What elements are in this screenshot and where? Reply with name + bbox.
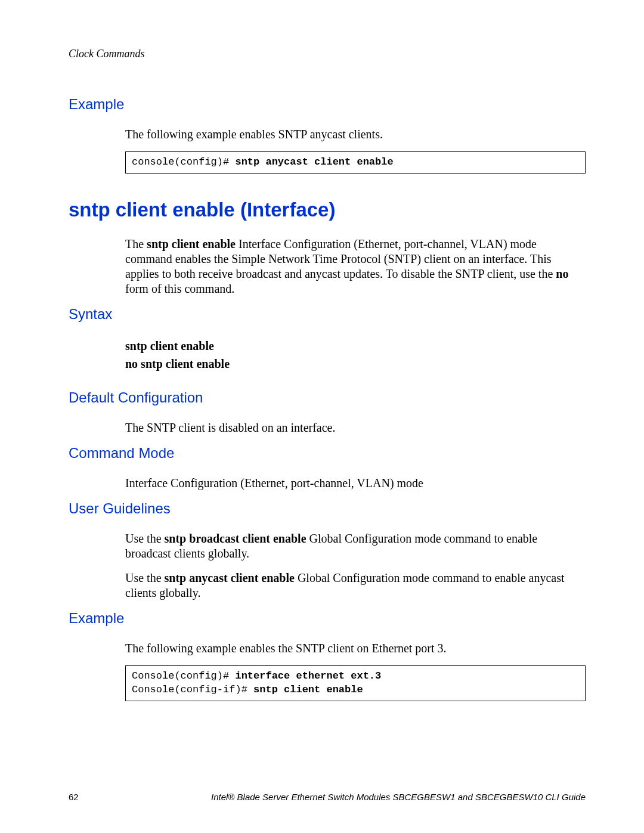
syntax-body: sntp client enable no sntp client enable [125, 337, 586, 373]
footer-doc-title: Intel® Blade Server Ethernet Switch Modu… [211, 792, 586, 802]
syntax-line-1: sntp client enable [125, 337, 586, 355]
page-footer: 62 Intel® Blade Server Ethernet Switch M… [69, 792, 586, 802]
syntax-line-2: no sntp client enable [125, 355, 586, 373]
guidelines-para-1: Use the sntp broadcast client enable Glo… [125, 531, 586, 561]
code-box-top: console(config)# sntp anycast client ena… [125, 151, 586, 174]
intro-bold-1: sntp client enable [147, 237, 236, 250]
g1-pre: Use the [125, 532, 165, 545]
intro-pre: The [125, 237, 147, 250]
intro-body: The sntp client enable Interface Configu… [125, 237, 586, 296]
heading-default-config: Default Configuration [69, 389, 586, 406]
running-header: Clock Commands [69, 48, 586, 60]
command-mode-para: Interface Configuration (Ethernet, port-… [125, 476, 586, 491]
g2-pre: Use the [125, 571, 165, 584]
code-prompt-b2: Console(config-if)# [132, 684, 253, 695]
example-bottom-para: The following example enables the SNTP c… [125, 641, 586, 656]
heading-example-top: Example [69, 96, 586, 113]
intro-para: The sntp client enable Interface Configu… [125, 237, 586, 296]
code-prompt: console(config)# [132, 156, 235, 168]
heading-example-bottom: Example [69, 610, 586, 627]
heading-syntax: Syntax [69, 306, 586, 323]
example-top-para: The following example enables SNTP anyca… [125, 127, 586, 142]
g1-bold: sntp broadcast client enable [165, 532, 306, 545]
example-top-body: The following example enables SNTP anyca… [125, 127, 586, 174]
user-guidelines-body: Use the sntp broadcast client enable Glo… [125, 531, 586, 600]
g2-bold: sntp anycast client enable [165, 571, 295, 584]
code-box-bottom: Console(config)# interface ethernet ext.… [125, 665, 586, 701]
intro-post: form of this command. [125, 282, 234, 295]
code-command-b2: sntp client enable [253, 684, 363, 695]
heading-user-guidelines: User Guidelines [69, 500, 586, 517]
example-bottom-body: The following example enables the SNTP c… [125, 641, 586, 701]
guidelines-para-2: Use the sntp anycast client enable Globa… [125, 571, 586, 600]
document-page: Clock Commands Example The following exa… [0, 0, 644, 833]
default-config-para: The SNTP client is disabled on an interf… [125, 420, 586, 435]
code-command: sntp anycast client enable [235, 156, 393, 168]
code-command-b1: interface ethernet ext.3 [235, 670, 381, 682]
heading-command-mode: Command Mode [69, 445, 586, 462]
heading-main-title: sntp client enable (Interface) [69, 199, 586, 221]
command-mode-body: Interface Configuration (Ethernet, port-… [125, 476, 586, 491]
intro-bold-2: no [556, 267, 568, 280]
default-config-body: The SNTP client is disabled on an interf… [125, 420, 586, 435]
code-prompt-b1: Console(config)# [132, 670, 235, 682]
page-number: 62 [69, 792, 79, 802]
